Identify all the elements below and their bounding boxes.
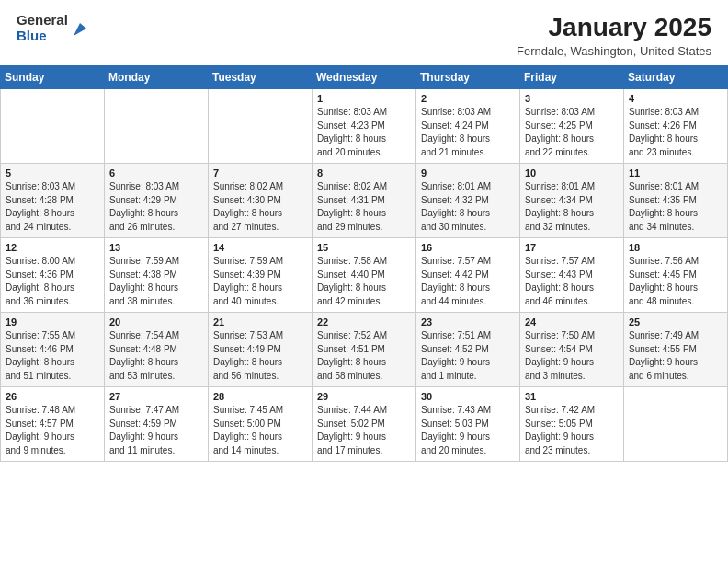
- day-number: 14: [213, 242, 307, 253]
- title-block: January 2025 Ferndale, Washington, Unite…: [517, 13, 711, 58]
- calendar-cell: 23Sunrise: 7:51 AM Sunset: 4:52 PM Dayli…: [416, 313, 520, 387]
- calendar-cell: 5Sunrise: 8:03 AM Sunset: 4:28 PM Daylig…: [1, 164, 105, 238]
- logo-general: General: [17, 13, 68, 29]
- calendar-cell: 29Sunrise: 7:44 AM Sunset: 5:02 PM Dayli…: [313, 387, 416, 462]
- day-info: Sunrise: 7:53 AM Sunset: 4:49 PM Dayligh…: [213, 329, 307, 383]
- weekday-header-wednesday: Wednesday: [313, 66, 416, 89]
- day-info: Sunrise: 8:03 AM Sunset: 4:24 PM Dayligh…: [421, 106, 515, 159]
- day-number: 13: [109, 242, 203, 253]
- day-number: 21: [213, 316, 307, 327]
- calendar-cell: 28Sunrise: 7:45 AM Sunset: 5:00 PM Dayli…: [209, 387, 313, 462]
- day-number: 31: [525, 391, 619, 402]
- calendar-table: SundayMondayTuesdayWednesdayThursdayFrid…: [0, 65, 728, 462]
- page: General Blue January 2025 Ferndale, Wash…: [0, 0, 728, 563]
- day-info: Sunrise: 7:51 AM Sunset: 4:52 PM Dayligh…: [421, 329, 515, 383]
- calendar-cell: 17Sunrise: 7:57 AM Sunset: 4:43 PM Dayli…: [520, 238, 624, 313]
- day-number: 24: [525, 316, 619, 327]
- weekday-header-monday: Monday: [105, 66, 209, 89]
- day-info: Sunrise: 8:03 AM Sunset: 4:23 PM Dayligh…: [317, 106, 411, 159]
- calendar-cell: 14Sunrise: 7:59 AM Sunset: 4:39 PM Dayli…: [209, 238, 313, 313]
- calendar-cell: 26Sunrise: 7:48 AM Sunset: 4:57 PM Dayli…: [1, 387, 105, 462]
- day-info: Sunrise: 7:49 AM Sunset: 4:55 PM Dayligh…: [629, 329, 722, 383]
- calendar-cell: 13Sunrise: 7:59 AM Sunset: 4:38 PM Dayli…: [105, 238, 209, 313]
- day-info: Sunrise: 8:03 AM Sunset: 4:25 PM Dayligh…: [525, 106, 619, 159]
- day-number: 30: [421, 391, 515, 402]
- day-number: 3: [525, 93, 619, 104]
- day-info: Sunrise: 8:03 AM Sunset: 4:28 PM Dayligh…: [6, 180, 99, 234]
- calendar-cell: 12Sunrise: 8:00 AM Sunset: 4:36 PM Dayli…: [1, 238, 105, 313]
- day-info: Sunrise: 8:02 AM Sunset: 4:31 PM Dayligh…: [317, 180, 411, 234]
- day-info: Sunrise: 7:59 AM Sunset: 4:39 PM Dayligh…: [213, 255, 307, 308]
- calendar-week-4: 19Sunrise: 7:55 AM Sunset: 4:46 PM Dayli…: [1, 313, 728, 387]
- weekday-header-saturday: Saturday: [624, 66, 728, 89]
- calendar-cell: 18Sunrise: 7:56 AM Sunset: 4:45 PM Dayli…: [624, 238, 728, 313]
- day-info: Sunrise: 7:52 AM Sunset: 4:51 PM Dayligh…: [317, 329, 411, 383]
- calendar-cell: 9Sunrise: 8:01 AM Sunset: 4:32 PM Daylig…: [416, 164, 520, 238]
- calendar-cell: 7Sunrise: 8:02 AM Sunset: 4:30 PM Daylig…: [209, 164, 313, 238]
- calendar-week-1: 1Sunrise: 8:03 AM Sunset: 4:23 PM Daylig…: [1, 89, 728, 164]
- weekday-header-row: SundayMondayTuesdayWednesdayThursdayFrid…: [1, 66, 728, 89]
- weekday-header-sunday: Sunday: [1, 66, 105, 89]
- day-info: Sunrise: 7:56 AM Sunset: 4:45 PM Dayligh…: [629, 255, 722, 308]
- day-number: 27: [109, 391, 203, 402]
- day-number: 15: [317, 242, 411, 253]
- day-number: 4: [629, 93, 722, 104]
- day-number: 26: [6, 391, 99, 402]
- logo-icon: [70, 19, 90, 40]
- calendar-cell: 16Sunrise: 7:57 AM Sunset: 4:42 PM Dayli…: [416, 238, 520, 313]
- day-info: Sunrise: 7:43 AM Sunset: 5:03 PM Dayligh…: [421, 404, 515, 457]
- day-info: Sunrise: 8:00 AM Sunset: 4:36 PM Dayligh…: [6, 255, 99, 308]
- svg-marker-0: [74, 23, 86, 36]
- day-number: 2: [421, 93, 515, 104]
- day-info: Sunrise: 8:03 AM Sunset: 4:29 PM Dayligh…: [109, 180, 203, 234]
- day-number: 7: [213, 167, 307, 178]
- calendar-cell: 22Sunrise: 7:52 AM Sunset: 4:51 PM Dayli…: [313, 313, 416, 387]
- day-number: 28: [213, 391, 307, 402]
- calendar-week-5: 26Sunrise: 7:48 AM Sunset: 4:57 PM Dayli…: [1, 387, 728, 462]
- day-number: 1: [317, 93, 411, 104]
- calendar-cell: 11Sunrise: 8:01 AM Sunset: 4:35 PM Dayli…: [624, 164, 728, 238]
- calendar-cell: 24Sunrise: 7:50 AM Sunset: 4:54 PM Dayli…: [520, 313, 624, 387]
- day-number: 19: [6, 316, 99, 327]
- day-number: 18: [629, 242, 722, 253]
- day-number: 25: [629, 316, 722, 327]
- day-info: Sunrise: 7:44 AM Sunset: 5:02 PM Dayligh…: [317, 404, 411, 457]
- day-info: Sunrise: 7:58 AM Sunset: 4:40 PM Dayligh…: [317, 255, 411, 308]
- day-number: 17: [525, 242, 619, 253]
- day-info: Sunrise: 7:57 AM Sunset: 4:42 PM Dayligh…: [421, 255, 515, 308]
- calendar-cell: 31Sunrise: 7:42 AM Sunset: 5:05 PM Dayli…: [520, 387, 624, 462]
- weekday-header-tuesday: Tuesday: [209, 66, 313, 89]
- day-info: Sunrise: 7:54 AM Sunset: 4:48 PM Dayligh…: [109, 329, 203, 383]
- calendar-cell: 21Sunrise: 7:53 AM Sunset: 4:49 PM Dayli…: [209, 313, 313, 387]
- day-number: 11: [629, 167, 722, 178]
- calendar-week-2: 5Sunrise: 8:03 AM Sunset: 4:28 PM Daylig…: [1, 164, 728, 238]
- calendar-cell: [209, 89, 313, 164]
- day-info: Sunrise: 7:45 AM Sunset: 5:00 PM Dayligh…: [213, 404, 307, 457]
- calendar-cell: 8Sunrise: 8:02 AM Sunset: 4:31 PM Daylig…: [313, 164, 416, 238]
- day-number: 10: [525, 167, 619, 178]
- calendar-cell: 1Sunrise: 8:03 AM Sunset: 4:23 PM Daylig…: [313, 89, 416, 164]
- day-info: Sunrise: 8:01 AM Sunset: 4:34 PM Dayligh…: [525, 180, 619, 234]
- day-number: 29: [317, 391, 411, 402]
- calendar-cell: 3Sunrise: 8:03 AM Sunset: 4:25 PM Daylig…: [520, 89, 624, 164]
- day-info: Sunrise: 7:47 AM Sunset: 4:59 PM Dayligh…: [109, 404, 203, 457]
- day-number: 9: [421, 167, 515, 178]
- logo-blue: Blue: [17, 29, 68, 44]
- calendar-week-3: 12Sunrise: 8:00 AM Sunset: 4:36 PM Dayli…: [1, 238, 728, 313]
- calendar-cell: 27Sunrise: 7:47 AM Sunset: 4:59 PM Dayli…: [105, 387, 209, 462]
- day-number: 6: [109, 167, 203, 178]
- day-info: Sunrise: 8:01 AM Sunset: 4:32 PM Dayligh…: [421, 180, 515, 234]
- day-number: 5: [6, 167, 99, 178]
- day-number: 16: [421, 242, 515, 253]
- day-info: Sunrise: 7:50 AM Sunset: 4:54 PM Dayligh…: [525, 329, 619, 383]
- day-info: Sunrise: 8:03 AM Sunset: 4:26 PM Dayligh…: [629, 106, 722, 159]
- day-number: 12: [6, 242, 99, 253]
- day-number: 8: [317, 167, 411, 178]
- day-info: Sunrise: 7:57 AM Sunset: 4:43 PM Dayligh…: [525, 255, 619, 308]
- month-title: January 2025: [517, 13, 711, 42]
- day-number: 23: [421, 316, 515, 327]
- calendar-cell: 30Sunrise: 7:43 AM Sunset: 5:03 PM Dayli…: [416, 387, 520, 462]
- calendar-cell: 20Sunrise: 7:54 AM Sunset: 4:48 PM Dayli…: [105, 313, 209, 387]
- calendar-cell: 6Sunrise: 8:03 AM Sunset: 4:29 PM Daylig…: [105, 164, 209, 238]
- day-info: Sunrise: 7:48 AM Sunset: 4:57 PM Dayligh…: [6, 404, 99, 457]
